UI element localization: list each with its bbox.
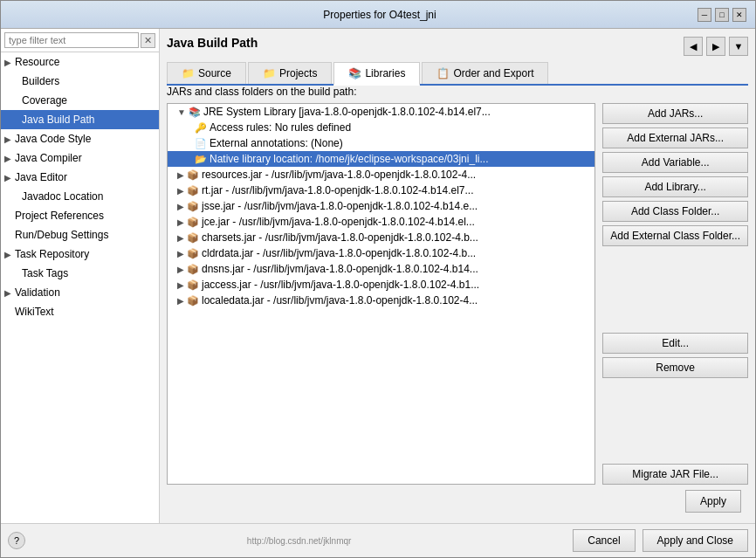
- validation-arrow: ▶: [4, 288, 11, 298]
- add-variable-button[interactable]: Add Variable...: [602, 152, 748, 173]
- tab-libraries[interactable]: 📚 Libraries: [333, 62, 420, 86]
- sidebar-item-label: WikiText: [15, 306, 54, 318]
- tree-item-localedata-jar[interactable]: ▶ 📦 localedata.jar - /usr/lib/jvm/java-1…: [168, 293, 594, 308]
- jsse-jar-icon: 📦: [187, 201, 199, 212]
- action-buttons: Add JARs... Add External JARs... Add Var…: [602, 103, 748, 485]
- apply-section: Apply: [167, 485, 748, 516]
- java-compiler-arrow: ▶: [4, 154, 11, 163]
- jaccess-jar-icon: 📦: [187, 279, 199, 291]
- tree-item-native-library[interactable]: 📂 Native library location: /home/jk/ecli…: [168, 151, 594, 167]
- tree-item-jaccess-jar[interactable]: ▶ 📦 jaccess.jar - /usr/lib/jvm/java-1.8.…: [168, 277, 594, 293]
- tree-item-jce-jar[interactable]: ▶ 📦 jce.jar - /usr/lib/jvm/java-1.8.0-op…: [168, 214, 594, 230]
- apply-and-close-button[interactable]: Apply and Close: [643, 529, 748, 552]
- tree-item-access-rules[interactable]: 🔑 Access rules: No rules defined: [168, 120, 594, 135]
- sidebar-item-coverage[interactable]: Coverage: [1, 91, 159, 110]
- sidebar-item-java-build-path[interactable]: Java Build Path: [1, 110, 159, 129]
- tree-item-label: JRE System Library [java-1.8.0-openjdk-1…: [203, 106, 491, 118]
- sidebar-item-java-editor[interactable]: ▶ Java Editor: [1, 168, 159, 187]
- migrate-jar-file-button[interactable]: Migrate JAR File...: [602, 464, 748, 485]
- tree-item-label: cldrdata.jar - /usr/lib/jvm/java-1.8.0-o…: [202, 247, 476, 259]
- edit-button[interactable]: Edit...: [602, 333, 748, 354]
- cldrdata-jar-arrow: ▶: [177, 249, 184, 258]
- sidebar-item-java-compiler[interactable]: ▶ Java Compiler: [1, 148, 159, 168]
- sidebar: ✕ ▶ Resource Builders Coverage Java Buil…: [1, 29, 160, 523]
- tree-item-jsse-jar[interactable]: ▶ 📦 jsse.jar - /usr/lib/jvm/java-1.8.0-o…: [168, 198, 594, 214]
- sidebar-item-task-tags[interactable]: Task Tags: [1, 264, 159, 283]
- native-library-icon: 📂: [195, 154, 207, 165]
- order-export-tab-icon: 📋: [436, 67, 450, 79]
- tree-item-charsets-jar[interactable]: ▶ 📦 charsets.jar - /usr/lib/jvm/java-1.8…: [168, 230, 594, 245]
- tree-item-label: localedata.jar - /usr/lib/jvm/java-1.8.0…: [202, 294, 478, 307]
- add-external-jars-button[interactable]: Add External JARs...: [602, 127, 748, 148]
- tree-item-label: External annotations: (None): [210, 137, 343, 149]
- tab-bar: 📁 Source 📁 Projects 📚 Libraries 📋 Order …: [167, 62, 748, 86]
- tree-item-jre-system-library[interactable]: ▼ 📚 JRE System Library [java-1.8.0-openj…: [168, 104, 594, 120]
- sidebar-item-java-code-style[interactable]: ▶ Java Code Style: [1, 129, 159, 148]
- add-class-folder-button[interactable]: Add Class Folder...: [602, 201, 748, 222]
- back-button[interactable]: ◀: [684, 37, 703, 56]
- tab-libraries-label: Libraries: [365, 67, 405, 79]
- filter-clear-button[interactable]: ✕: [141, 33, 155, 48]
- tree-container[interactable]: ▼ 📚 JRE System Library [java-1.8.0-openj…: [167, 103, 595, 485]
- tree-item-label: jce.jar - /usr/lib/jvm/java-1.8.0-openjd…: [202, 216, 475, 228]
- sidebar-item-wikitext[interactable]: WikiText: [1, 302, 159, 321]
- sidebar-item-label: Run/Debug Settings: [15, 229, 108, 241]
- tab-source[interactable]: 📁 Source: [167, 62, 246, 84]
- projects-tab-icon: 📁: [263, 67, 276, 79]
- sidebar-item-label: Java Editor: [15, 171, 67, 183]
- filter-box: ✕: [1, 29, 159, 52]
- sidebar-item-label: Task Tags: [22, 267, 68, 279]
- tree-item-label: rt.jar - /usr/lib/jvm/java-1.8.0-openjdk…: [202, 184, 473, 196]
- tree-item-label: Access rules: No rules defined: [210, 121, 351, 134]
- window-controls: ─ □ ✕: [698, 8, 746, 22]
- help-button[interactable]: ?: [8, 532, 25, 549]
- apply-button[interactable]: Apply: [685, 490, 741, 513]
- main-content: ✕ ▶ Resource Builders Coverage Java Buil…: [1, 29, 755, 523]
- filter-input[interactable]: [4, 32, 139, 48]
- cancel-button[interactable]: Cancel: [573, 529, 635, 552]
- tree-item-rt-jar[interactable]: ▶ 📦 rt.jar - /usr/lib/jvm/java-1.8.0-ope…: [168, 183, 594, 198]
- tree-item-label: jaccess.jar - /usr/lib/jvm/java-1.8.0-op…: [202, 279, 479, 291]
- tab-source-label: Source: [198, 67, 231, 79]
- tab-order-and-export[interactable]: 📋 Order and Export: [422, 62, 548, 84]
- toolbar-right: ◀ ▶ ▼: [684, 37, 748, 56]
- footer-bar: ? http://blog.csdn.net/jklnmqr Cancel Ap…: [1, 523, 755, 557]
- jce-jar-icon: 📦: [187, 217, 199, 228]
- minimize-button[interactable]: ─: [698, 8, 711, 22]
- sidebar-item-validation[interactable]: ▶ Validation: [1, 283, 159, 302]
- panel-title: Java Build Path: [167, 36, 258, 50]
- tab-projects[interactable]: 📁 Projects: [248, 62, 332, 84]
- panel-description: JARs and class folders on the build path…: [167, 86, 748, 98]
- footer-right-buttons: Cancel Apply and Close: [573, 529, 748, 552]
- rt-jar-icon: 📦: [187, 185, 199, 196]
- sidebar-item-javadoc-location[interactable]: Javadoc Location: [1, 187, 159, 206]
- cldrdata-jar-icon: 📦: [187, 248, 199, 259]
- tree-item-cldrdata-jar[interactable]: ▶ 📦 cldrdata.jar - /usr/lib/jvm/java-1.8…: [168, 245, 594, 261]
- close-button[interactable]: ✕: [732, 8, 746, 22]
- add-library-button[interactable]: Add Library...: [602, 176, 748, 197]
- forward-button[interactable]: ▶: [706, 37, 725, 56]
- tab-order-export-label: Order and Export: [453, 67, 533, 79]
- dnsns-jar-icon: 📦: [187, 264, 199, 275]
- sidebar-item-resource[interactable]: ▶ Resource: [1, 52, 159, 72]
- title-bar: Properties for O4test_jni ─ □ ✕: [1, 1, 755, 29]
- sidebar-item-label: Validation: [15, 286, 60, 299]
- tree-item-label: charsets.jar - /usr/lib/jvm/java-1.8.0-o…: [202, 231, 478, 244]
- maximize-button[interactable]: □: [715, 8, 729, 22]
- tree-item-external-annotations[interactable]: 📄 External annotations: (None): [168, 135, 594, 151]
- sidebar-item-project-references[interactable]: Project References: [1, 206, 159, 225]
- right-panel: Java Build Path ◀ ▶ ▼ 📁 Sour: [160, 29, 755, 523]
- java-code-style-arrow: ▶: [4, 134, 11, 144]
- dropdown-button[interactable]: ▼: [729, 37, 748, 56]
- tree-item-resources-jar[interactable]: ▶ 📦 resources.jar - /usr/lib/jvm/java-1.…: [168, 167, 594, 183]
- add-external-class-folder-button[interactable]: Add External Class Folder...: [602, 225, 748, 246]
- remove-button[interactable]: Remove: [602, 357, 748, 378]
- add-jars-button[interactable]: Add JARs...: [602, 103, 748, 124]
- sidebar-item-builders[interactable]: Builders: [1, 72, 159, 91]
- sidebar-item-task-repository[interactable]: ▶ Task Repository: [1, 245, 159, 264]
- resources-jar-icon: 📦: [187, 169, 199, 181]
- task-repository-arrow: ▶: [4, 250, 11, 259]
- sidebar-item-run-debug-settings[interactable]: Run/Debug Settings: [1, 225, 159, 245]
- tree-item-dnsns-jar[interactable]: ▶ 📦 dnsns.jar - /usr/lib/jvm/java-1.8.0-…: [168, 261, 594, 277]
- forward-icon: ▶: [712, 41, 719, 52]
